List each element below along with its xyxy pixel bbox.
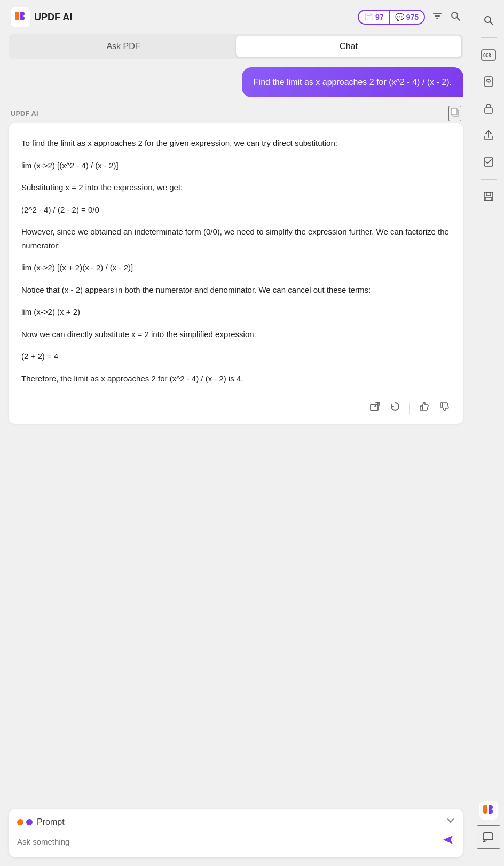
lock-icon [483, 103, 494, 114]
document-refresh-icon [483, 76, 494, 88]
chat-icon [482, 831, 495, 844]
copy-icon [450, 107, 460, 118]
sidebar-chat-button[interactable] [477, 825, 500, 849]
ai-text-1: To find the limit as x approaches 2 for … [21, 136, 451, 150]
svg-rect-24 [483, 833, 493, 840]
pdf-credit-count: 97 [375, 13, 384, 21]
filter-icon [431, 10, 443, 22]
sidebar-bottom [477, 799, 500, 857]
svg-text:OCR: OCR [483, 53, 491, 58]
prompt-chevron-button[interactable] [446, 816, 455, 828]
ai-label-row: UPDF AI [9, 106, 463, 121]
updf-logo-icon [11, 7, 30, 27]
svg-rect-7 [451, 108, 457, 115]
sidebar-lock-button[interactable] [477, 97, 500, 120]
ai-text-2: lim (x->2) [(x^2 - 4) / (x - 2)] [21, 159, 451, 173]
send-button[interactable] [441, 833, 455, 850]
save-icon [483, 191, 494, 202]
prompt-input-row [17, 833, 455, 850]
prompt-dots [17, 819, 33, 825]
tab-chat[interactable]: Chat [236, 36, 461, 57]
right-sidebar: OCR [472, 0, 504, 866]
credits-badge[interactable]: 📄 97 💬 975 [358, 10, 425, 25]
sidebar-logo[interactable] [477, 799, 500, 822]
pdf-credit-icon: 📄 [364, 13, 373, 21]
search-button[interactable] [450, 10, 461, 25]
user-message-bubble: Find the limit as x approaches 2 for (x^… [242, 67, 463, 97]
sidebar-divider-1 [481, 37, 497, 38]
updf-small-logo-icon [479, 801, 498, 820]
sidebar-share-button[interactable] [477, 123, 500, 147]
action-divider [410, 403, 410, 414]
svg-rect-10 [420, 406, 422, 410]
chat-credit-count: 975 [406, 13, 419, 21]
chat-area: Find the limit as x approaches 2 for (x^… [0, 59, 472, 809]
thumbs-up-icon [419, 401, 430, 412]
search-icon [450, 10, 461, 22]
svg-line-5 [457, 17, 460, 20]
pdf-credits: 📄 97 [359, 11, 390, 24]
tab-ask-pdf[interactable]: Ask PDF [11, 36, 236, 57]
sidebar-search-button[interactable] [477, 9, 500, 32]
filter-button[interactable] [431, 10, 443, 25]
svg-rect-2 [435, 15, 440, 17]
svg-rect-18 [485, 108, 492, 113]
ai-text-6: lim (x->2) [(x + 2)(x - 2) / (x - 2)] [21, 261, 451, 275]
app-header: UPDF AI 📄 97 💬 975 [0, 0, 472, 34]
ai-message-bubble: To find the limit as x approaches 2 for … [9, 123, 463, 424]
send-icon [441, 833, 455, 847]
svg-rect-17 [485, 77, 492, 87]
app-title: UPDF AI [34, 12, 72, 23]
refresh-icon [389, 401, 401, 412]
chat-credit-icon: 💬 [395, 13, 404, 21]
thumbs-down-button[interactable] [439, 401, 451, 415]
chevron-down-icon [446, 816, 455, 825]
svg-line-14 [490, 22, 493, 25]
ai-text-7: Notice that (x - 2) appears in both the … [21, 283, 451, 297]
svg-marker-12 [443, 836, 453, 844]
user-message-container: Find the limit as x approaches 2 for (x^… [9, 67, 463, 97]
ai-text-10: (2 + 2) = 4 [21, 349, 451, 363]
open-external-button[interactable] [369, 401, 381, 415]
ai-text-3: Substituting x = 2 into the expression, … [21, 181, 451, 194]
svg-rect-1 [433, 13, 442, 14]
ai-text-8: lim (x->2) (x + 2) [21, 305, 451, 319]
sidebar-doc-button[interactable] [477, 70, 500, 93]
ai-response-container: UPDF AI To find the limit as x approache… [9, 106, 463, 424]
svg-rect-21 [486, 192, 491, 196]
sidebar-check-button[interactable] [477, 150, 500, 174]
copy-response-button[interactable] [448, 106, 461, 121]
svg-rect-11 [440, 403, 443, 407]
ai-text-9: Now we can directly substitute x = 2 int… [21, 327, 451, 341]
tab-bar: Ask PDF Chat [9, 34, 463, 59]
ocr-icon: OCR [481, 49, 496, 61]
ai-text-4: (2^2 - 4) / (2 - 2) = 0/0 [21, 203, 451, 217]
ai-action-bar [21, 394, 451, 415]
prompt-label: Prompt [37, 817, 65, 827]
prompt-input[interactable] [17, 837, 436, 846]
sidebar-ocr-button[interactable]: OCR [477, 43, 500, 67]
svg-rect-3 [436, 18, 438, 19]
ai-text-5: However, since we obtained an indetermin… [21, 225, 451, 252]
prompt-header: Prompt [17, 816, 455, 828]
dot-purple [26, 819, 33, 825]
thumbs-up-button[interactable] [419, 401, 430, 415]
ai-text-11: Therefore, the limit as x approaches 2 f… [21, 372, 451, 386]
prompt-bar: Prompt [9, 809, 463, 857]
ai-sender-label: UPDF AI [11, 110, 38, 118]
header-left: UPDF AI [11, 7, 72, 27]
check-icon [483, 156, 494, 168]
share-icon [483, 129, 494, 141]
external-link-icon [369, 401, 381, 412]
prompt-label-row: Prompt [17, 817, 65, 827]
svg-rect-8 [371, 404, 378, 411]
regenerate-button[interactable] [389, 401, 401, 415]
svg-rect-22 [485, 197, 492, 201]
dot-orange [17, 819, 23, 825]
header-right: 📄 97 💬 975 [358, 10, 461, 25]
chat-credits: 💬 975 [390, 11, 424, 24]
thumbs-down-icon [439, 401, 451, 412]
sidebar-search-icon [483, 14, 494, 26]
sidebar-divider-2 [481, 179, 497, 180]
sidebar-save-button[interactable] [477, 185, 500, 208]
